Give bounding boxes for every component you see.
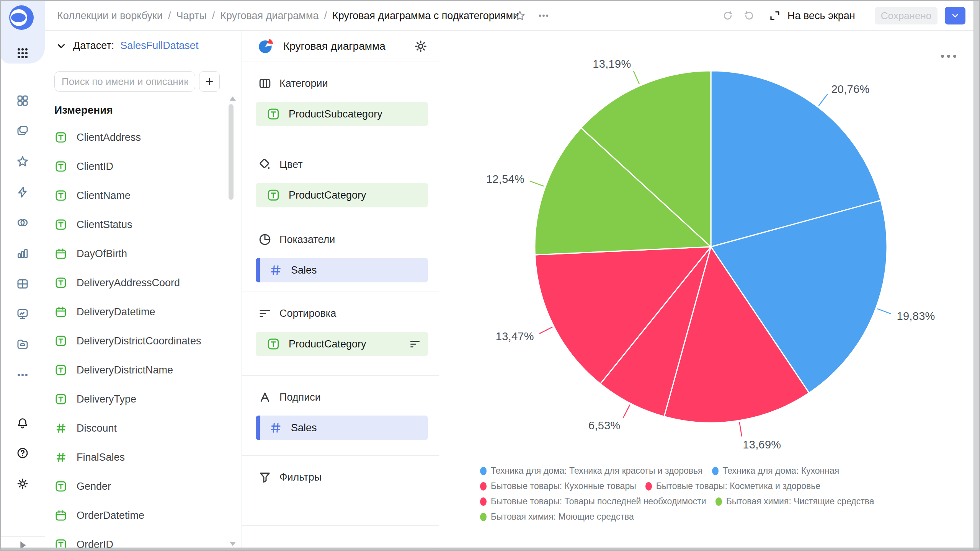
services-grid-icon[interactable] bbox=[16, 47, 29, 61]
top-bar: Коллекции и воркбуки/Чарты/Круговая диаг… bbox=[45, 1, 980, 31]
field-item-DeliveryType[interactable]: DeliveryType bbox=[54, 390, 223, 409]
pill-ProductSubcategory[interactable]: ProductSubcategory bbox=[256, 102, 428, 126]
pill-ProductCategory[interactable]: ProductCategory bbox=[256, 183, 428, 207]
breadcrumb-separator: / bbox=[212, 10, 215, 22]
legend-label: Бытовая химия: Моющие средства bbox=[491, 512, 634, 522]
field-item-DayOfBirth[interactable]: DayOfBirth bbox=[54, 244, 223, 263]
datasets-venn-icon[interactable] bbox=[16, 216, 29, 230]
field-item-Gender[interactable]: Gender bbox=[54, 477, 223, 496]
favorites-star-icon[interactable] bbox=[16, 155, 29, 168]
save-dropdown-button[interactable] bbox=[945, 7, 965, 24]
fullscreen-label[interactable]: На весь экран bbox=[787, 1, 855, 31]
string-field-icon bbox=[54, 334, 67, 347]
settings-gear-icon[interactable] bbox=[16, 477, 29, 491]
legend-item[interactable]: Техника для дома: Техника для красоты и … bbox=[480, 466, 703, 476]
field-name: FinalSales bbox=[77, 452, 125, 463]
number-field-icon bbox=[54, 422, 67, 435]
legend-item[interactable]: Бытовая химия: Моющие средства bbox=[480, 512, 634, 522]
sort-lines-icon[interactable] bbox=[409, 338, 421, 350]
measure-field-icon bbox=[269, 263, 283, 277]
field-item-ClientID[interactable]: ClientID bbox=[54, 157, 223, 176]
breadcrumb-item[interactable]: Коллекции и воркбуки bbox=[57, 10, 163, 22]
chart-config-panel: Круговая диаграмма КатегорииProductSubca… bbox=[242, 31, 439, 550]
search-input[interactable] bbox=[54, 71, 195, 92]
legend-marker-icon bbox=[480, 497, 487, 506]
string-field-icon bbox=[266, 188, 280, 202]
charts-bar-icon[interactable] bbox=[16, 246, 29, 260]
string-field-icon bbox=[54, 160, 67, 173]
config-section-4: СортировкаProductCategory bbox=[242, 292, 439, 376]
connections-bolt-icon[interactable] bbox=[16, 185, 29, 199]
config-section-1: КатегорииProductSubcategory bbox=[242, 62, 439, 143]
field-item-DeliveryDistrictName[interactable]: DeliveryDistrictName bbox=[54, 360, 223, 380]
date-field-icon bbox=[54, 247, 67, 260]
field-name: ClientName bbox=[77, 190, 131, 202]
gear-icon[interactable] bbox=[413, 39, 428, 54]
field-item-ClientAddress[interactable]: ClientAddress bbox=[54, 128, 223, 147]
breadcrumb: Коллекции и воркбуки/Чарты/Круговая диаг… bbox=[57, 1, 519, 31]
pill-Sales[interactable]: Sales bbox=[256, 416, 428, 440]
field-item-DeliveryDistrictCoordinates[interactable]: DeliveryDistrictCoordinates bbox=[54, 331, 223, 350]
breadcrumb-item: Круговая диаграмма с подкатегориями bbox=[332, 10, 519, 22]
more-dots-icon[interactable] bbox=[16, 368, 29, 382]
filter-funnel-icon bbox=[258, 470, 272, 484]
apps-grid-icon[interactable] bbox=[16, 94, 29, 108]
pie-data-label: 13,19% bbox=[593, 58, 631, 70]
chart-type-title[interactable]: Круговая диаграмма bbox=[283, 40, 405, 52]
help-icon[interactable] bbox=[16, 446, 29, 460]
undo-icon[interactable] bbox=[720, 8, 735, 23]
more-menu-icon[interactable] bbox=[536, 8, 551, 23]
field-item-Discount[interactable]: Discount bbox=[54, 419, 223, 438]
chart-legend: Техника для дома: Техника для красоты и … bbox=[480, 466, 936, 527]
pill-label: ProductCategory bbox=[289, 189, 421, 201]
field-name: ClientID bbox=[77, 161, 113, 173]
section-label: Категории bbox=[279, 78, 328, 90]
string-field-icon bbox=[54, 276, 67, 289]
field-item-ClientStatus[interactable]: ClientStatus bbox=[54, 215, 223, 234]
redo-icon[interactable] bbox=[742, 8, 756, 23]
scroll-up-icon[interactable] bbox=[230, 96, 236, 101]
paint-bucket-icon bbox=[258, 158, 272, 171]
pie-data-label: 20,76% bbox=[831, 83, 869, 95]
field-item-ClientName[interactable]: ClientName bbox=[54, 186, 223, 205]
label-leader-line bbox=[634, 71, 639, 85]
datalens-logo-icon[interactable] bbox=[7, 3, 36, 33]
field-name: Gender bbox=[77, 481, 111, 492]
legend-item[interactable]: Бытовые товары: Косметика и здоровье bbox=[645, 481, 820, 491]
scroll-down-icon[interactable] bbox=[230, 542, 236, 546]
star-icon[interactable] bbox=[513, 8, 527, 23]
legend-item[interactable]: Бытовая химия: Чистящие средства bbox=[715, 496, 874, 507]
add-field-button[interactable]: + bbox=[199, 71, 220, 92]
field-name: DayOfBirth bbox=[77, 248, 127, 260]
section-header: Подписи bbox=[256, 389, 428, 406]
field-item-OrderDatetime[interactable]: OrderDatetime bbox=[54, 506, 223, 525]
storage-folder-icon[interactable] bbox=[16, 337, 29, 351]
legend-item[interactable]: Техника для дома: Кухонная bbox=[712, 466, 840, 476]
field-item-DeliveryAddressCoord[interactable]: DeliveryAddressCoord bbox=[54, 273, 223, 292]
chevron-down-icon[interactable] bbox=[56, 40, 67, 52]
legend-item[interactable]: Бытовые товары: Кухонные товары bbox=[480, 481, 636, 491]
fullscreen-icon[interactable] bbox=[768, 8, 782, 23]
breadcrumb-separator: / bbox=[324, 10, 327, 22]
app-window: Коллекции и воркбуки/Чарты/Круговая диаг… bbox=[0, 0, 980, 551]
collections-icon[interactable] bbox=[16, 124, 29, 138]
pie-chart-logo-icon[interactable] bbox=[257, 37, 275, 56]
date-field-icon bbox=[54, 305, 67, 318]
pill-ProductCategory[interactable]: ProductCategory bbox=[256, 332, 428, 356]
field-item-DeliveryDatetime[interactable]: DeliveryDatetime bbox=[54, 302, 223, 321]
dashboards-monitor-icon[interactable] bbox=[16, 307, 29, 321]
saved-button[interactable]: Сохранено bbox=[875, 7, 938, 24]
tables-icon[interactable] bbox=[16, 277, 29, 291]
dataset-name-link[interactable]: SalesFullDataset bbox=[120, 40, 198, 52]
scrollbar-thumb[interactable] bbox=[229, 104, 234, 200]
section-label: Подписи bbox=[279, 391, 321, 403]
breadcrumb-item[interactable]: Круговая диаграмма bbox=[220, 10, 318, 22]
breadcrumb-item[interactable]: Чарты bbox=[176, 10, 206, 22]
field-item-FinalSales[interactable]: FinalSales bbox=[54, 448, 223, 467]
label-leader-line bbox=[740, 422, 742, 437]
pill-Sales[interactable]: Sales bbox=[256, 258, 428, 282]
window-scrollbar[interactable] bbox=[973, 1, 979, 548]
legend-label: Техника для дома: Кухонная bbox=[723, 466, 840, 476]
notifications-bell-icon[interactable] bbox=[16, 416, 29, 430]
legend-item[interactable]: Бытовые товары: Товары последней необход… bbox=[480, 496, 706, 507]
